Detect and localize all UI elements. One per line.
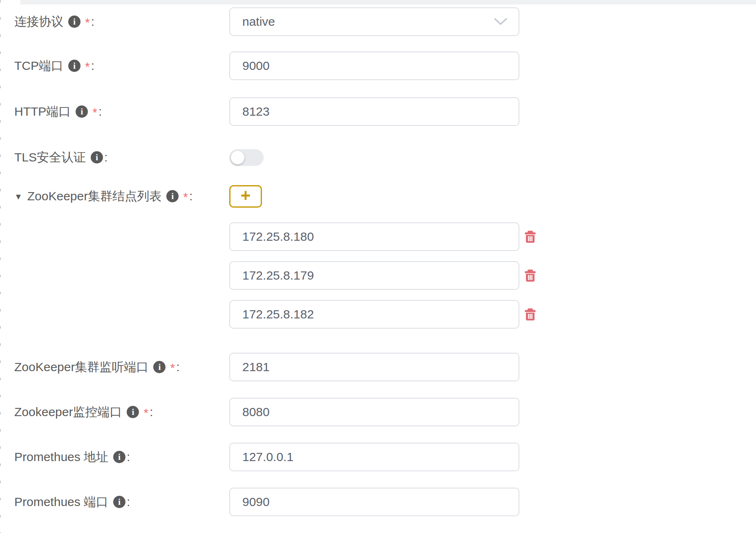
label-text: HTTP端口 (14, 103, 71, 120)
zookeeper-node-row (0, 222, 756, 251)
label-colon: : (91, 59, 94, 73)
zookeeper-node-input[interactable] (229, 261, 519, 290)
plus-icon: + (241, 187, 251, 204)
info-icon[interactable]: i (127, 406, 139, 418)
add-node-button[interactable]: + (229, 185, 262, 208)
required-asterisk: * (183, 190, 188, 204)
zookeeper-node-list (0, 222, 756, 329)
field-label-zookeeper-listen-port: ZooKeeper集群监听端口 i * : (14, 353, 179, 381)
info-icon[interactable]: i (68, 60, 81, 72)
label-text: Promethues 端口 (14, 494, 108, 511)
label-colon: : (104, 150, 107, 164)
http-port-input[interactable] (229, 97, 519, 126)
clickhouse-cluster-form: 连接协议 i * : native TCP端口 i * : (0, 7, 756, 516)
field-label-connection-protocol: 连接协议 i * : (14, 7, 94, 36)
label-colon: : (98, 105, 102, 119)
field-label-http-port: HTTP端口 i * : (14, 97, 102, 126)
zookeeper-node-input[interactable] (229, 222, 519, 251)
required-asterisk: * (170, 361, 175, 375)
field-label-tls-auth: TLS安全认证 i : (14, 143, 107, 172)
label-colon: : (127, 450, 130, 464)
label-colon: : (127, 495, 130, 509)
protocol-select[interactable]: native (229, 7, 519, 36)
required-asterisk: * (85, 60, 90, 74)
tcp-port-input[interactable] (229, 52, 519, 80)
info-icon[interactable]: i (113, 496, 125, 508)
delete-node-button[interactable] (525, 269, 536, 282)
delete-node-button[interactable] (525, 308, 536, 321)
trash-icon (525, 230, 536, 243)
protocol-select-value: native (242, 15, 275, 29)
info-icon[interactable]: i (76, 105, 88, 118)
info-icon[interactable]: i (68, 16, 81, 28)
label-colon: : (176, 360, 179, 374)
zookeeper-listen-port-input[interactable] (229, 353, 519, 381)
field-label-zookeeper-monitor-port: Zookeeper监控端口 i * : (14, 398, 153, 426)
label-text: Zookeeper监控端口 (14, 404, 122, 421)
cluster-settings-form-screen: 连接协议 i * : native TCP端口 i * : (0, 0, 756, 533)
label-colon: : (91, 15, 94, 29)
form-row-tls-auth: TLS安全认证 i : (0, 143, 756, 172)
label-text: TLS安全认证 (14, 149, 86, 166)
info-icon[interactable]: i (91, 151, 103, 163)
zookeeper-node-row (0, 300, 756, 329)
field-label-tcp-port: TCP端口 i * : (14, 52, 94, 80)
label-text: ZooKeeper集群结点列表 (27, 188, 161, 205)
info-icon[interactable]: i (166, 190, 179, 202)
form-row-zookeeper-node-list: ▼ ZooKeeper集群结点列表 i * : + (0, 182, 756, 211)
required-asterisk: * (85, 16, 90, 29)
label-text: ZooKeeper集群监听端口 (14, 359, 148, 376)
info-icon[interactable]: i (153, 361, 166, 373)
required-asterisk: * (92, 105, 97, 119)
field-label-prometheus-port: Promethues 端口 i : (14, 488, 130, 516)
info-icon[interactable]: i (113, 451, 125, 463)
zookeeper-node-row (0, 261, 756, 290)
required-asterisk: * (143, 406, 148, 420)
form-row-prometheus-address: Promethues 地址 i : (0, 443, 756, 471)
prometheus-port-input[interactable] (229, 488, 519, 516)
form-row-connection-protocol: 连接协议 i * : native (0, 7, 756, 36)
label-colon: : (150, 405, 153, 419)
collapse-arrow-icon[interactable]: ▼ (14, 192, 22, 202)
chevron-down-icon (493, 17, 508, 26)
field-label-zookeeper-node-list: ▼ ZooKeeper集群结点列表 i * : (14, 182, 192, 211)
zookeeper-node-input[interactable] (229, 300, 519, 329)
label-colon: : (189, 189, 192, 203)
toggle-knob (231, 151, 244, 164)
form-row-zookeeper-monitor-port: Zookeeper监控端口 i * : (0, 398, 756, 426)
tls-auth-toggle[interactable] (229, 149, 264, 166)
prometheus-address-input[interactable] (229, 443, 519, 471)
label-text: Promethues 地址 (14, 449, 108, 466)
form-row-prometheus-port: Promethues 端口 i : (0, 488, 756, 516)
form-row-tcp-port: TCP端口 i * : (0, 52, 756, 80)
label-text: TCP端口 (14, 58, 63, 74)
trash-icon (525, 308, 536, 321)
delete-node-button[interactable] (525, 230, 536, 243)
trash-icon (525, 269, 536, 282)
form-row-http-port: HTTP端口 i * : (0, 97, 756, 126)
zookeeper-monitor-port-input[interactable] (229, 398, 519, 426)
top-scroll-strip (20, 0, 756, 4)
label-text: 连接协议 (14, 13, 63, 30)
form-row-zookeeper-listen-port: ZooKeeper集群监听端口 i * : (0, 353, 756, 381)
field-label-prometheus-address: Promethues 地址 i : (14, 443, 130, 471)
